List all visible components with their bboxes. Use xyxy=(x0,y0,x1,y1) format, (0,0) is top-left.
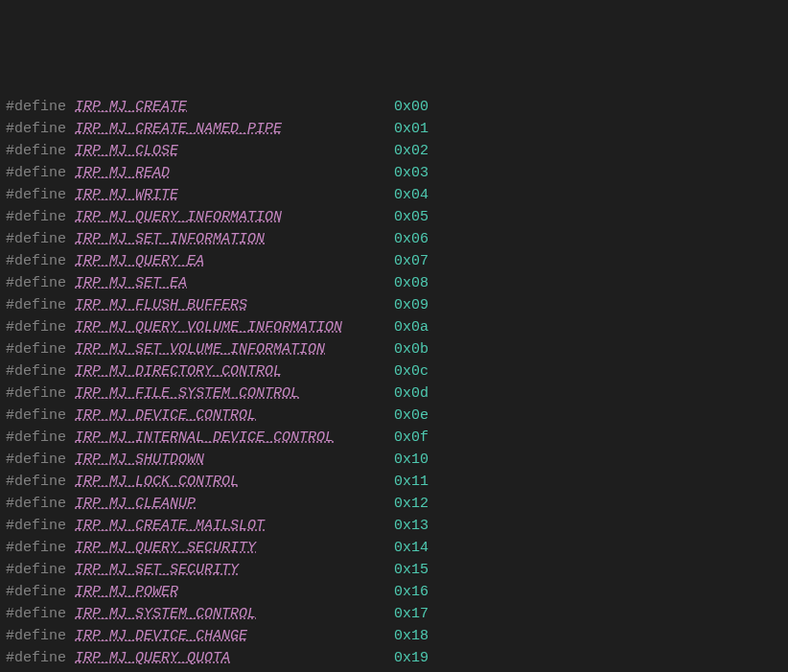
directive-keyword: define xyxy=(14,319,75,336)
directive-keyword: define xyxy=(14,253,75,269)
hash-symbol: # xyxy=(6,650,14,666)
code-line: #define IRP_MJ_DEVICE_CONTROL 0x0e xyxy=(6,405,782,427)
directive-keyword: define xyxy=(14,628,75,644)
directive-keyword: define xyxy=(14,496,75,512)
directive-keyword: define xyxy=(14,363,75,380)
directive-keyword: define xyxy=(14,143,75,159)
spacing xyxy=(265,518,394,534)
macro-name: IRP_MJ_CREATE xyxy=(75,99,187,115)
directive-keyword: define xyxy=(14,275,75,291)
spacing xyxy=(256,407,394,424)
macro-value: 0x0b xyxy=(394,341,429,358)
code-line: #define IRP_MJ_FLUSH_BUFFERS 0x09 xyxy=(6,294,782,316)
hash-symbol: # xyxy=(6,297,14,313)
spacing xyxy=(256,540,394,556)
code-line: #define IRP_MJ_CLOSE 0x02 xyxy=(6,140,782,162)
hash-symbol: # xyxy=(6,407,14,424)
macro-name: IRP_MJ_POWER xyxy=(75,584,178,600)
macro-name: IRP_MJ_QUERY_VOLUME_INFORMATION xyxy=(75,319,342,336)
code-line: #define IRP_MJ_CLEANUP 0x12 xyxy=(6,493,782,515)
directive-keyword: define xyxy=(14,407,75,424)
macro-name: IRP_MJ_SET_SECURITY xyxy=(75,562,239,578)
directive-keyword: define xyxy=(14,584,75,600)
code-line: #define IRP_MJ_QUERY_VOLUME_INFORMATION … xyxy=(6,316,782,338)
hash-symbol: # xyxy=(6,165,14,181)
hash-symbol: # xyxy=(6,562,14,578)
spacing xyxy=(256,606,394,622)
code-line: #define IRP_MJ_CREATE_NAMED_PIPE 0x01 xyxy=(6,118,782,140)
code-line: #define IRP_MJ_INTERNAL_DEVICE_CONTROL 0… xyxy=(6,427,782,449)
hash-symbol: # xyxy=(6,209,14,225)
code-line: #define IRP_MJ_READ 0x03 xyxy=(6,162,782,184)
spacing xyxy=(187,275,394,291)
directive-keyword: define xyxy=(14,209,75,225)
macro-name: IRP_MJ_INTERNAL_DEVICE_CONTROL xyxy=(75,429,334,446)
code-line: #define IRP_MJ_SET_INFORMATION 0x06 xyxy=(6,228,782,250)
hash-symbol: # xyxy=(6,187,14,203)
macro-name: IRP_MJ_QUERY_INFORMATION xyxy=(75,209,282,225)
code-line: #define IRP_MJ_CREATE 0x00 xyxy=(6,96,782,118)
directive-keyword: define xyxy=(14,231,75,247)
spacing xyxy=(334,429,394,446)
spacing xyxy=(265,231,394,247)
code-line: #define IRP_MJ_QUERY_INFORMATION 0x05 xyxy=(6,206,782,228)
macro-name: IRP_MJ_CREATE_NAMED_PIPE xyxy=(75,121,282,137)
macro-name: IRP_MJ_READ xyxy=(75,165,170,181)
spacing xyxy=(170,165,394,181)
macro-value: 0x16 xyxy=(394,584,429,600)
hash-symbol: # xyxy=(6,452,14,468)
spacing xyxy=(230,650,394,666)
hash-symbol: # xyxy=(6,363,14,380)
macro-name: IRP_MJ_QUERY_SECURITY xyxy=(75,540,256,556)
spacing xyxy=(342,319,394,336)
code-line: #define IRP_MJ_SHUTDOWN 0x10 xyxy=(6,449,782,471)
macro-value: 0x07 xyxy=(394,253,429,269)
hash-symbol: # xyxy=(6,474,14,490)
macro-name: IRP_MJ_LOCK_CONTROL xyxy=(75,474,239,490)
macro-name: IRP_MJ_WRITE xyxy=(75,187,178,203)
code-line: #define IRP_MJ_DIRECTORY_CONTROL 0x0c xyxy=(6,360,782,382)
macro-value: 0x12 xyxy=(394,496,429,512)
macro-value: 0x00 xyxy=(394,99,429,115)
spacing xyxy=(178,187,394,203)
spacing xyxy=(247,628,394,644)
code-line: #define IRP_MJ_QUERY_EA 0x07 xyxy=(6,250,782,272)
spacing xyxy=(239,474,394,490)
directive-keyword: define xyxy=(14,562,75,578)
spacing xyxy=(325,341,394,358)
macro-value: 0x0a xyxy=(394,319,429,336)
spacing xyxy=(187,99,394,115)
macro-name: IRP_MJ_FLUSH_BUFFERS xyxy=(75,297,247,313)
macro-name: IRP_MJ_DEVICE_CONTROL xyxy=(75,407,256,424)
macro-value: 0x11 xyxy=(394,474,429,490)
code-line: #define IRP_MJ_SET_SECURITY 0x15 xyxy=(6,559,782,581)
spacing xyxy=(239,562,394,578)
code-line: #define IRP_MJ_WRITE 0x04 xyxy=(6,184,782,206)
macro-name: IRP_MJ_QUERY_EA xyxy=(75,253,204,269)
spacing xyxy=(204,253,394,269)
macro-name: IRP_MJ_CLOSE xyxy=(75,143,178,159)
hash-symbol: # xyxy=(6,121,14,137)
spacing xyxy=(204,452,394,468)
code-line: #define IRP_MJ_SET_VOLUME_INFORMATION 0x… xyxy=(6,338,782,360)
hash-symbol: # xyxy=(6,606,14,622)
directive-keyword: define xyxy=(14,606,75,622)
hash-symbol: # xyxy=(6,385,14,402)
spacing xyxy=(178,143,394,159)
code-line: #define IRP_MJ_QUERY_QUOTA 0x19 xyxy=(6,647,782,669)
macro-value: 0x10 xyxy=(394,452,429,468)
macro-value: 0x14 xyxy=(394,540,429,556)
code-line: #define IRP_MJ_SYSTEM_CONTROL 0x17 xyxy=(6,603,782,625)
macro-name: IRP_MJ_SET_EA xyxy=(75,275,187,291)
code-line: #define IRP_MJ_FILE_SYSTEM_CONTROL 0x0d xyxy=(6,382,782,405)
spacing xyxy=(196,496,394,512)
directive-keyword: define xyxy=(14,474,75,490)
directive-keyword: define xyxy=(14,121,75,137)
hash-symbol: # xyxy=(6,628,14,644)
macro-value: 0x17 xyxy=(394,606,429,622)
directive-keyword: define xyxy=(14,341,75,358)
macro-value: 0x05 xyxy=(394,209,429,225)
macro-name: IRP_MJ_CREATE_MAILSLOT xyxy=(75,518,265,534)
hash-symbol: # xyxy=(6,496,14,512)
directive-keyword: define xyxy=(14,165,75,181)
